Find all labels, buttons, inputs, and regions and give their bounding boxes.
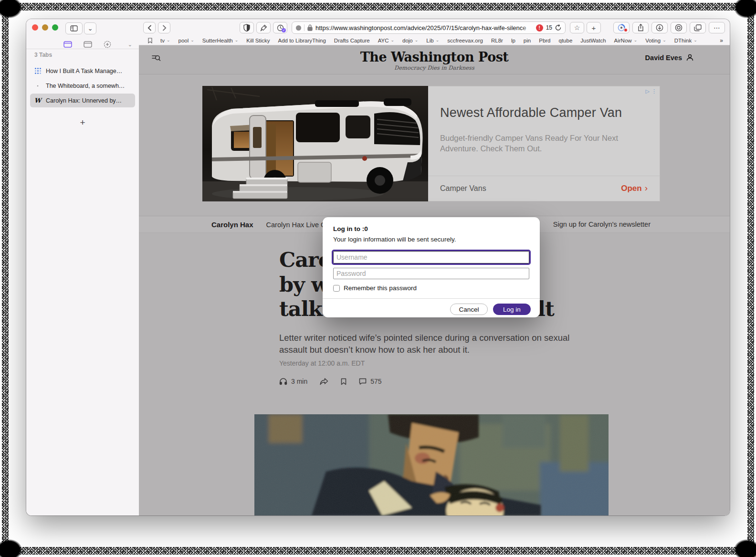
ad-headline[interactable]: Newest Affordable Camper Van bbox=[440, 105, 648, 120]
ad-image-camper-van[interactable] bbox=[202, 86, 428, 201]
listen-control[interactable]: 3 min bbox=[279, 378, 307, 385]
bookmark-item[interactable]: SutterHealth⌄ bbox=[202, 38, 238, 43]
ad-unit[interactable]: ▷ ⋮ Newest Affordable Camper Van Budget-… bbox=[202, 86, 660, 201]
reload-icon[interactable] bbox=[555, 24, 561, 31]
new-tab-button[interactable]: + bbox=[26, 117, 139, 128]
more-button[interactable]: ⋯ bbox=[709, 22, 725, 33]
back-button[interactable] bbox=[143, 22, 156, 33]
dot-favicon bbox=[34, 82, 42, 90]
wapo-logo[interactable]: The Washington Post bbox=[139, 50, 730, 64]
sidebar-options-button[interactable]: ⌄ bbox=[84, 22, 96, 34]
dots-grid-favicon bbox=[34, 67, 42, 75]
noise-frame-bottom bbox=[0, 547, 756, 555]
bookmark-item[interactable]: Kill Sticky bbox=[246, 38, 270, 43]
nav-section-label[interactable]: Carolyn Hax bbox=[211, 221, 253, 229]
bookmark-item[interactable]: sccfreevax.org bbox=[447, 38, 483, 43]
bookmark-item[interactable]: dojo⌄ bbox=[402, 38, 418, 43]
share-article-button[interactable] bbox=[320, 378, 328, 385]
chevron-down-icon[interactable]: ⌄ bbox=[128, 42, 132, 48]
tab-group-icon[interactable] bbox=[84, 41, 92, 48]
zoom-window-button[interactable] bbox=[52, 24, 58, 31]
chevron-down-icon: ⌄ bbox=[167, 38, 170, 42]
toolbar: ✓ https://www.washingtonpost.com/advice/… bbox=[139, 19, 730, 36]
bookmark-item[interactable]: Lib⌄ bbox=[426, 38, 439, 43]
privacy-extension-button[interactable] bbox=[613, 22, 630, 33]
clock-extension-button[interactable]: ✓ bbox=[273, 22, 287, 33]
sidebar-tab-task-manager[interactable]: How I Built A Task Manage… bbox=[30, 64, 135, 78]
comments-button[interactable]: 575 bbox=[359, 378, 381, 385]
article-meta-row: 3 min bbox=[279, 378, 382, 385]
ad-advertiser: Camper Vans bbox=[440, 184, 486, 193]
forward-button[interactable] bbox=[158, 22, 170, 33]
toggle-sidebar-button[interactable] bbox=[65, 22, 83, 34]
bookmark-item[interactable]: Drafts Capture bbox=[334, 38, 370, 43]
noise-frame-right bbox=[747, 3, 754, 555]
tabs-overlap-icon bbox=[694, 24, 702, 32]
adchoices-icon[interactable]: ▷ bbox=[646, 88, 650, 95]
login-dialog: Log in to :0 Your login information will… bbox=[323, 217, 540, 317]
more-icon: ⋯ bbox=[714, 24, 720, 32]
minimize-window-button[interactable] bbox=[42, 24, 48, 31]
bookmark-glyph-icon[interactable] bbox=[148, 38, 152, 43]
cancel-button[interactable]: Cancel bbox=[450, 304, 488, 315]
bookmark-item[interactable]: AirNow⌄ bbox=[614, 38, 638, 43]
bookmark-item[interactable]: AYC⌄ bbox=[378, 38, 394, 43]
bookmark-item[interactable]: pin bbox=[524, 38, 531, 43]
article-timestamp: Yesterday at 12:00 a.m. EDT bbox=[279, 359, 365, 367]
tabs-count-label: 3 Tabs bbox=[34, 52, 52, 58]
sidebar-tab-whiteboard[interactable]: The Whiteboard, a somewh… bbox=[30, 79, 135, 93]
comment-icon bbox=[359, 378, 367, 385]
plus-icon: + bbox=[592, 24, 596, 32]
close-window-button[interactable] bbox=[32, 24, 38, 31]
bookmark-item[interactable]: RL8r bbox=[491, 38, 503, 43]
bookmark-page-button[interactable]: ☆ bbox=[570, 22, 584, 33]
chevron-down-icon: ⌄ bbox=[436, 38, 440, 42]
tab-overview-button[interactable] bbox=[690, 22, 706, 33]
nav-newsletter-link[interactable]: Sign up for Carolyn's newsletter bbox=[553, 221, 651, 228]
bookmark-icon bbox=[341, 378, 346, 385]
remember-password-checkbox[interactable] bbox=[333, 285, 340, 292]
tab-group-active-icon[interactable] bbox=[63, 41, 72, 48]
chevron-down-icon: ⌄ bbox=[693, 38, 697, 42]
downloads-button[interactable] bbox=[651, 22, 668, 33]
bookmark-item[interactable]: qtube bbox=[559, 38, 573, 43]
bookmark-item[interactable]: DThink⌄ bbox=[674, 38, 697, 43]
person-icon bbox=[686, 53, 694, 62]
focus-extension-button[interactable] bbox=[671, 22, 687, 33]
blocked-alert-badge[interactable]: ! bbox=[536, 24, 543, 32]
tab-title: The Whiteboard, a somewh… bbox=[46, 83, 125, 89]
password-input[interactable] bbox=[333, 268, 529, 279]
extension-alert-badge bbox=[624, 28, 628, 32]
sidebar-tab-carolyn-hax[interactable]: W Carolyn Hax: Unnerved by… bbox=[30, 94, 135, 107]
shield-extension-button[interactable] bbox=[240, 22, 254, 33]
url-bar[interactable]: https://www.washingtonpost.com/advice/20… bbox=[292, 21, 566, 34]
bookmark-item[interactable]: tv⌄ bbox=[160, 38, 170, 43]
bookmark-item[interactable]: Add to LibraryThing bbox=[278, 38, 326, 43]
share-button[interactable] bbox=[632, 22, 649, 33]
bookmark-item[interactable]: Pbrd bbox=[539, 38, 550, 43]
new-tab-toolbar-button[interactable]: + bbox=[587, 22, 601, 33]
download-circle-icon bbox=[656, 24, 663, 32]
save-article-button[interactable] bbox=[341, 378, 346, 385]
noise-corner bbox=[0, 539, 22, 557]
bookmark-item[interactable]: JustWatch bbox=[580, 38, 606, 43]
ad-text-card[interactable]: ▷ ⋮ Newest Affordable Camper Van Budget-… bbox=[428, 86, 660, 201]
brush-extension-button[interactable] bbox=[256, 22, 271, 33]
new-tab-group-icon[interactable] bbox=[104, 41, 111, 48]
article-illustration bbox=[254, 414, 609, 515]
ad-menu-icon[interactable]: ⋮ bbox=[651, 88, 657, 95]
ad-open-button[interactable]: Open › bbox=[621, 183, 648, 194]
account-menu[interactable]: David Eves bbox=[645, 53, 694, 62]
remember-password-label: Remember this password bbox=[344, 284, 417, 292]
bookmark-item[interactable]: lp bbox=[511, 38, 515, 43]
bookmark-item[interactable]: Voting⌄ bbox=[645, 38, 666, 43]
share-icon bbox=[638, 24, 644, 32]
wapo-tagline: Democracy Dies in Darkness bbox=[139, 64, 730, 71]
chevron-right-icon bbox=[162, 25, 167, 31]
bookmarks-bar: tv⌄ pool⌄ SutterHealth⌄ Kill Sticky Add … bbox=[139, 36, 730, 45]
bookmark-item[interactable]: pool⌄ bbox=[178, 38, 194, 43]
website-settings-icon[interactable] bbox=[296, 25, 301, 31]
bookmarks-overflow-button[interactable]: » bbox=[720, 37, 723, 44]
username-input[interactable] bbox=[333, 251, 529, 263]
log-in-button[interactable]: Log in bbox=[493, 304, 531, 315]
